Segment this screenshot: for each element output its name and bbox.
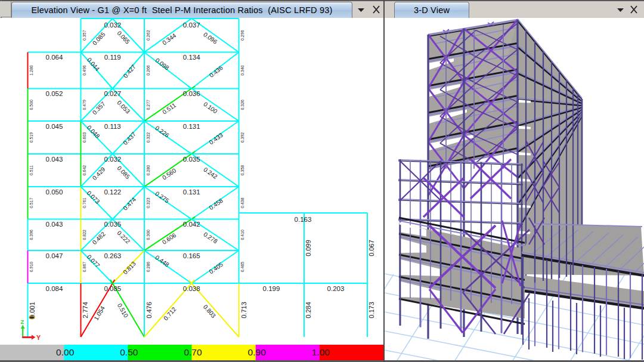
svg-text:0.277: 0.277 [146,100,150,110]
svg-text:0.427: 0.427 [122,63,137,79]
svg-text:0.085: 0.085 [104,285,121,292]
svg-text:0.437: 0.437 [122,131,137,146]
svg-text:0.048: 0.048 [86,124,101,140]
svg-text:0.70: 0.70 [184,347,202,357]
svg-text:0.00: 0.00 [56,347,75,357]
svg-text:0.035: 0.035 [104,221,121,228]
svg-text:0.479: 0.479 [82,100,86,110]
svg-text:0.433: 0.433 [208,132,224,146]
svg-text:0.266: 0.266 [146,65,150,76]
svg-text:0.064: 0.064 [46,54,63,61]
svg-text:0.357: 0.357 [82,30,86,41]
svg-text:0.482: 0.482 [91,230,107,246]
svg-text:0.910: 0.910 [29,262,33,273]
svg-text:0.496: 0.496 [82,65,86,76]
svg-text:0.027: 0.027 [104,90,121,97]
svg-text:Z: Z [21,318,24,325]
svg-text:0.053: 0.053 [116,100,131,115]
svg-text:0.042: 0.042 [183,221,200,228]
svg-text:0.043: 0.043 [46,156,63,163]
svg-text:0.278: 0.278 [202,231,219,245]
svg-text:0.511: 0.511 [29,165,33,175]
svg-text:0.044: 0.044 [86,57,101,73]
svg-text:0.035: 0.035 [183,156,200,163]
svg-text:0.300: 0.300 [146,230,150,240]
svg-text:0.296: 0.296 [240,30,244,41]
svg-text:0.226: 0.226 [154,125,170,139]
svg-text:0.436: 0.436 [208,64,224,79]
svg-text:0.085: 0.085 [116,165,131,180]
svg-text:0.037: 0.037 [183,21,200,29]
svg-text:0.392: 0.392 [240,132,244,143]
svg-text:0.813: 0.813 [122,260,137,276]
svg-text:0.045: 0.045 [46,123,63,130]
svg-text:0.099: 0.099 [305,240,312,256]
svg-text:0.173: 0.173 [368,302,375,318]
svg-text:0.119: 0.119 [104,54,121,61]
svg-text:2.774: 2.774 [82,302,89,318]
svg-text:0.500: 0.500 [29,100,33,110]
svg-text:0.067: 0.067 [368,240,375,256]
svg-text:0.438: 0.438 [240,197,244,208]
svg-text:0.510: 0.510 [116,302,130,319]
svg-text:0.050: 0.050 [46,188,63,196]
svg-text:0.131: 0.131 [183,123,200,130]
svg-text:0.326: 0.326 [240,100,244,110]
svg-text:0.448: 0.448 [154,254,170,268]
svg-text:0.280: 0.280 [146,165,150,176]
svg-text:0.100: 0.100 [202,101,219,115]
svg-text:0.465: 0.465 [240,262,244,273]
svg-text:0.410: 0.410 [240,230,244,240]
svg-text:0.458: 0.458 [208,197,225,211]
svg-text:0.867: 0.867 [82,262,86,273]
svg-text:0.096: 0.096 [202,31,218,45]
svg-text:0.222: 0.222 [116,230,131,245]
svg-text:0.199: 0.199 [263,285,280,292]
svg-text:0.113: 0.113 [104,123,121,130]
svg-text:0.084: 0.084 [46,285,63,292]
svg-text:1.00: 1.00 [312,347,330,357]
svg-text:0.131: 0.131 [183,188,200,196]
svg-text:0.032: 0.032 [104,21,121,29]
svg-text:0.474: 0.474 [122,196,137,212]
svg-text:0.803: 0.803 [202,304,217,320]
svg-text:0.358: 0.358 [240,165,244,176]
svg-text:0.122: 0.122 [104,188,121,196]
svg-text:0.284: 0.284 [305,302,312,318]
svg-text:0.275: 0.275 [154,190,171,205]
svg-text:0.263: 0.263 [104,252,121,259]
svg-text:0.242: 0.242 [202,166,218,181]
svg-text:0.713: 0.713 [240,302,247,318]
svg-text:0.163: 0.163 [295,216,312,223]
svg-text:0.052: 0.052 [46,90,63,97]
svg-text:0.077: 0.077 [86,253,101,269]
svg-text:0.476: 0.476 [145,302,153,318]
svg-text:0.036: 0.036 [183,90,200,97]
svg-text:0.323: 0.323 [146,197,150,208]
svg-text:0.073: 0.073 [86,190,101,205]
svg-text:0.822: 0.822 [82,230,86,240]
svg-text:0.065: 0.065 [116,30,131,45]
svg-text:0.642: 0.642 [82,165,86,176]
svg-text:0.262: 0.262 [146,30,150,41]
svg-text:0.322: 0.322 [146,132,150,143]
svg-text:0.203: 0.203 [327,285,345,292]
svg-text:0.50: 0.50 [120,347,138,357]
svg-text:0.603: 0.603 [82,132,86,143]
svg-text:0.038: 0.038 [183,285,200,292]
svg-text:0.396: 0.396 [29,230,33,240]
svg-text:Y: Y [36,334,41,341]
svg-text:0.90: 0.90 [248,347,267,357]
svg-text:0.517: 0.517 [29,197,33,208]
svg-text:0.286: 0.286 [146,262,150,273]
svg-text:0.043: 0.043 [46,221,63,228]
svg-text:0.098: 0.098 [154,57,171,71]
svg-text:1.280: 1.280 [29,65,33,76]
svg-text:0.761: 0.761 [82,197,86,208]
svg-text:0.405: 0.405 [208,261,224,276]
svg-text:0.340: 0.340 [240,65,244,76]
svg-text:0.032: 0.032 [104,156,121,163]
svg-text:0.047: 0.047 [46,252,63,259]
svg-text:0.519: 0.519 [29,132,33,143]
svg-text:0.134: 0.134 [183,54,200,61]
